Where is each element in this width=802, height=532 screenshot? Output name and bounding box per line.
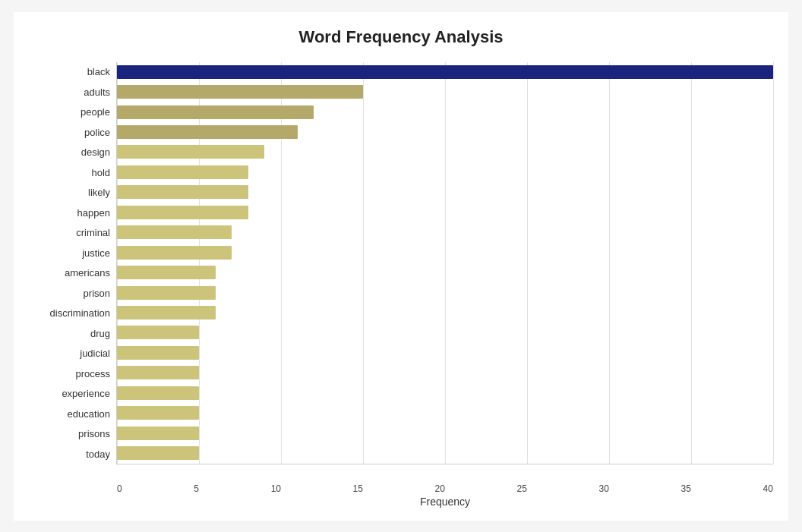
chart-container: Word Frequency Analysis blackadultspeopl… (14, 12, 788, 521)
bar-criminal (117, 225, 232, 239)
y-label-today: today (86, 449, 110, 459)
bar-row (117, 324, 773, 341)
x-tick: 30 (599, 483, 609, 494)
x-axis-label: Frequency (420, 496, 470, 508)
bar-process (117, 366, 199, 379)
y-label-justice: justice (82, 248, 110, 258)
grid-line (773, 62, 774, 464)
bar-row (117, 64, 773, 80)
y-label-process: process (75, 369, 110, 379)
grid-line (527, 62, 528, 464)
grid-line (199, 62, 200, 464)
y-label-criminal: criminal (76, 228, 110, 238)
bar-row (117, 204, 773, 221)
y-label-drug: drug (90, 329, 110, 338)
x-tick: 5 (194, 483, 199, 494)
bar-education (117, 406, 199, 420)
y-label-discrimination: discrimination (50, 308, 110, 318)
bar-row (117, 124, 773, 140)
y-label-happen: happen (77, 208, 110, 218)
y-label-police: police (84, 127, 110, 137)
x-axis: 0510152025303540 (117, 483, 773, 494)
bar-police (117, 125, 298, 139)
grid-line (363, 62, 364, 464)
bar-row (117, 224, 773, 241)
chart-area: blackadultspeoplepolicedesignholdlikelyh… (29, 62, 773, 464)
bar-drug (117, 326, 199, 339)
bar-row (117, 104, 773, 121)
grid-line (281, 62, 282, 464)
x-tick: 0 (117, 483, 122, 494)
grid-line (445, 62, 446, 464)
x-tick: 40 (763, 483, 773, 494)
bar-design (117, 145, 264, 159)
x-tick: 25 (517, 483, 527, 494)
bar-row (117, 143, 773, 160)
x-tick: 35 (681, 483, 691, 494)
x-tick: 10 (271, 483, 281, 494)
x-tick: 15 (353, 483, 363, 494)
bar-hold (117, 165, 248, 179)
y-axis: blackadultspeoplepolicedesignholdlikelyh… (29, 62, 116, 464)
y-label-experience: experience (62, 389, 110, 398)
y-label-adults: adults (84, 87, 110, 97)
y-label-design: design (81, 147, 110, 157)
bar-row (117, 385, 773, 401)
bar-people (117, 105, 314, 119)
grid-line (117, 62, 118, 464)
bar-row (117, 164, 773, 181)
y-label-people: people (81, 107, 110, 117)
y-label-black: black (87, 67, 110, 77)
bars-area: 0510152025303540Frequency (116, 62, 773, 464)
y-label-prisons: prisons (78, 429, 110, 439)
y-label-prison: prison (84, 288, 110, 298)
bar-prisons (117, 427, 199, 440)
y-label-americans: americans (65, 268, 110, 278)
bar-experience (117, 386, 199, 400)
bar-americans (117, 266, 216, 279)
bar-justice (117, 246, 232, 260)
bar-row (117, 345, 773, 361)
bar-row (117, 264, 773, 281)
y-label-education: education (68, 409, 110, 419)
bar-judicial (117, 346, 199, 360)
y-label-likely: likely (88, 187, 110, 197)
bar-row (117, 285, 773, 301)
bar-row (117, 304, 773, 321)
bar-adults (117, 85, 363, 99)
bar-row (117, 83, 773, 100)
bar-black (117, 65, 773, 79)
bar-row (117, 364, 773, 381)
bar-row (117, 184, 773, 200)
bar-row (117, 425, 773, 442)
grid-line (691, 62, 692, 464)
y-label-judicial: judicial (80, 348, 110, 358)
bar-happen (117, 206, 248, 219)
x-tick: 20 (435, 483, 445, 494)
bar-discrimination (117, 306, 216, 320)
chart-title: Word Frequency Analysis (29, 27, 773, 47)
grid-line (609, 62, 610, 464)
grid-lines (117, 62, 773, 464)
y-label-hold: hold (91, 168, 110, 178)
bar-today (117, 446, 199, 460)
bar-likely (117, 185, 248, 199)
bar-row (117, 244, 773, 261)
bar-row (117, 445, 773, 461)
bar-prison (117, 286, 216, 300)
bar-row (117, 405, 773, 421)
